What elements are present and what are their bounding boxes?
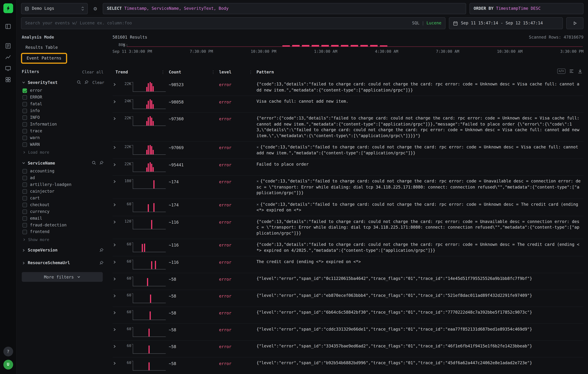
checkbox[interactable] xyxy=(22,189,27,194)
filter-group-header[interactable]: ResourceSchemaUrl xyxy=(22,259,105,268)
filter-group-header[interactable]: SeverityTextClear xyxy=(22,79,105,87)
checkbox[interactable] xyxy=(22,169,27,173)
checkbox[interactable] xyxy=(22,136,27,140)
filter-option[interactable]: trace xyxy=(22,128,105,134)
pattern-text[interactable]: The credit card (ending <*> expired on <… xyxy=(256,259,583,265)
filter-option[interactable]: error xyxy=(22,87,105,94)
row-expand-chevron-icon[interactable] xyxy=(113,326,121,332)
checkbox[interactable] xyxy=(22,176,27,180)
mode-sql-toggle[interactable]: SQL xyxy=(412,20,420,26)
pattern-row[interactable]: 180~174error×{"code":13,"details":"faile… xyxy=(113,175,584,198)
pattern-row[interactable]: 120~116error{"code":13,"details":"failed… xyxy=(113,216,584,239)
dismiss-x-icon[interactable]: × xyxy=(256,145,259,149)
filter-option[interactable]: cainjector xyxy=(22,188,105,195)
checkbox[interactable] xyxy=(22,142,27,147)
row-expand-chevron-icon[interactable] xyxy=(113,81,121,87)
search-input[interactable] xyxy=(25,20,410,26)
row-expand-chevron-icon[interactable] xyxy=(113,360,121,365)
filter-option[interactable]: frontend xyxy=(22,229,105,235)
more-filters-button[interactable]: More filters xyxy=(22,272,103,282)
pattern-row[interactable]: 60~58error{"level":"error","span_id":"b9… xyxy=(113,357,584,374)
checkbox[interactable] xyxy=(22,115,27,120)
row-expand-chevron-icon[interactable] xyxy=(113,162,121,167)
pattern-text[interactable]: {"level":"error","span_id":"0c11220615ba… xyxy=(256,276,583,282)
histogram-bar[interactable] xyxy=(341,45,348,47)
screen-icon[interactable] xyxy=(3,63,13,73)
search-icon[interactable] xyxy=(92,160,97,166)
pattern-text[interactable]: {"code":13,"details":"failed to charge c… xyxy=(256,242,583,253)
pattern-text[interactable]: {"error":{"code":13,"details":"failed to… xyxy=(256,115,583,139)
pattern-text[interactable]: Visa cache full: cannot add new item. xyxy=(256,99,583,104)
sql-query-input[interactable]: SELECT Timestamp, ServiceName, SeverityT… xyxy=(103,3,466,14)
pattern-text[interactable]: {"level":"error","span_id":"b92b54b6882b… xyxy=(256,360,583,366)
row-expand-chevron-icon[interactable] xyxy=(113,202,121,207)
pattern-row[interactable]: 22K~97069error×{"code":13,"details":"fai… xyxy=(113,141,584,159)
pin-icon[interactable] xyxy=(99,248,104,253)
checkbox[interactable] xyxy=(22,109,27,113)
pattern-row[interactable]: 60~174error×{"code":13,"details":"failed… xyxy=(113,198,584,216)
checkbox[interactable] xyxy=(22,122,27,127)
histogram-bar[interactable] xyxy=(292,45,300,47)
filter-option[interactable]: info xyxy=(22,108,105,114)
pattern-row[interactable]: 24K~98058errorVisa cache full: cannot ad… xyxy=(113,95,584,112)
histogram-bar[interactable] xyxy=(370,45,378,47)
logs-icon[interactable] xyxy=(3,40,13,51)
row-expand-chevron-icon[interactable] xyxy=(113,276,121,281)
filter-option[interactable]: warn xyxy=(22,134,105,141)
pattern-row[interactable]: 22K~98523error{"code":13,"details":"fail… xyxy=(113,79,584,95)
checkbox[interactable] xyxy=(22,89,27,93)
code-view-icon[interactable]: </> xyxy=(557,68,566,74)
results-table-tab[interactable]: Results Table xyxy=(22,43,105,52)
pattern-row[interactable]: 60~58error{"level":"error","span_id":"cd… xyxy=(113,323,584,340)
pattern-row[interactable]: 22K~97360error{"error":{"code":13,"detai… xyxy=(113,112,584,141)
histogram-bar[interactable] xyxy=(380,45,387,46)
results-histogram[interactable]: 80K 0 xyxy=(113,44,584,47)
histogram-bar[interactable] xyxy=(283,45,290,47)
pattern-row[interactable]: 60~116errorThe credit card (ending <*> e… xyxy=(113,256,584,273)
pattern-text[interactable]: ×{"code":13,"details":"failed to charge … xyxy=(256,144,583,156)
user-avatar[interactable]: U xyxy=(3,360,13,370)
row-expand-chevron-icon[interactable] xyxy=(113,144,121,150)
filter-option[interactable]: ad xyxy=(22,175,105,181)
checkbox[interactable] xyxy=(22,102,27,107)
row-expand-chevron-icon[interactable] xyxy=(113,99,121,104)
filter-option[interactable]: fraud-detection xyxy=(22,222,105,229)
settings-gear-icon[interactable]: ⚙ xyxy=(91,3,99,14)
filter-show-more[interactable]: Show more xyxy=(22,235,105,243)
pin-icon[interactable] xyxy=(99,260,104,265)
filter-option[interactable]: artillery-loadgen xyxy=(22,181,105,188)
pattern-row[interactable]: 60~58error{"level":"error","span_id":"0c… xyxy=(113,273,584,290)
pattern-text[interactable]: {"level":"error","span_id":"eb870ecef063… xyxy=(256,293,583,298)
pin-icon[interactable] xyxy=(84,80,89,85)
filter-option[interactable]: currency xyxy=(22,208,105,215)
mode-lucene-toggle[interactable]: Lucene xyxy=(427,20,441,26)
checkbox[interactable] xyxy=(22,216,27,221)
column-resize-handle[interactable]: ⋮ xyxy=(161,69,165,75)
filter-option[interactable]: INFO xyxy=(22,114,105,121)
event-patterns-tab[interactable]: Event Patterns xyxy=(21,53,67,64)
pattern-text[interactable]: {"code":13,"details":"failed to charge c… xyxy=(256,219,583,236)
histogram-bar[interactable] xyxy=(351,45,358,46)
row-expand-chevron-icon[interactable] xyxy=(113,310,121,315)
filter-option[interactable]: checkout xyxy=(22,202,105,208)
help-button[interactable]: ? xyxy=(3,347,13,356)
histogram-plot[interactable] xyxy=(127,44,583,47)
pattern-text[interactable]: ×{"code":13,"details":"failed to charge … xyxy=(256,178,583,196)
pattern-row[interactable]: 60~58error{"level":"error","span_id":"33… xyxy=(113,340,584,357)
checkbox[interactable] xyxy=(22,203,27,207)
checkbox[interactable] xyxy=(22,210,27,214)
row-expand-chevron-icon[interactable] xyxy=(113,178,121,183)
search-icon[interactable] xyxy=(77,80,82,85)
pattern-text[interactable]: {"level":"error","span_id":"6b64c6c58842… xyxy=(256,310,583,315)
checkbox[interactable] xyxy=(22,182,27,187)
dismiss-x-icon[interactable]: × xyxy=(256,202,259,206)
filter-option[interactable]: accounting xyxy=(22,168,105,175)
dismiss-x-icon[interactable]: × xyxy=(256,179,259,183)
filter-group-header[interactable]: ScopeVersion xyxy=(22,246,105,255)
row-expand-chevron-icon[interactable] xyxy=(113,343,121,349)
filter-option[interactable]: cart xyxy=(22,195,105,202)
histogram-bar[interactable] xyxy=(360,45,368,47)
pattern-text[interactable]: ×{"code":13,"details":"failed to charge … xyxy=(256,202,583,213)
row-expand-chevron-icon[interactable] xyxy=(113,115,121,121)
column-resize-handle[interactable]: ⋮ xyxy=(249,69,253,75)
